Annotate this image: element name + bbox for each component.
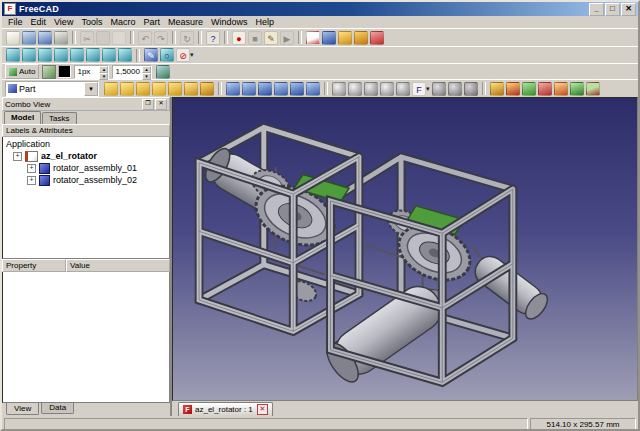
axonometric-view-icon[interactable]: [22, 48, 36, 62]
menu-item-part[interactable]: Part: [139, 17, 164, 27]
property-tab-view[interactable]: View: [6, 403, 39, 415]
print-icon[interactable]: [54, 31, 68, 45]
blue-upload-icon[interactable]: [322, 31, 336, 45]
fit-all-icon[interactable]: [6, 48, 20, 62]
chamfer-icon[interactable]: [290, 82, 304, 96]
part-cone-icon[interactable]: [152, 82, 166, 96]
part-box-icon[interactable]: [104, 82, 118, 96]
3d-viewport[interactable]: [172, 97, 638, 401]
scale-arrows[interactable]: ▴▾: [142, 66, 151, 78]
toggle-all-measurements-icon[interactable]: [538, 82, 552, 96]
tree-document-row[interactable]: + az_el_rotator: [3, 150, 169, 162]
open-document-icon[interactable]: [22, 31, 36, 45]
expander-icon[interactable]: +: [27, 176, 36, 185]
left-view-icon[interactable]: [118, 48, 132, 62]
loft-icon[interactable]: [306, 82, 320, 96]
line-color-icon[interactable]: [42, 65, 56, 79]
part-tube-icon[interactable]: [184, 82, 198, 96]
offset-icon[interactable]: [432, 82, 446, 96]
menu-item-help[interactable]: Help: [251, 17, 278, 27]
menu-item-windows[interactable]: Windows: [207, 17, 252, 27]
clear-measurement-icon[interactable]: ⊘: [176, 48, 190, 62]
toggle-3d-measurement-icon[interactable]: [554, 82, 568, 96]
document-tab[interactable]: F az_el_rotator : 1 ✕: [178, 402, 273, 416]
workbench-selector[interactable]: Part ▾: [5, 81, 99, 97]
tree-root[interactable]: Application: [3, 138, 169, 150]
tree-assembly-2-label[interactable]: rotator_assembly_02: [53, 175, 137, 185]
cross-sections-icon[interactable]: F: [412, 82, 426, 96]
menu-item-macro[interactable]: Macro: [106, 17, 139, 27]
whats-this-icon[interactable]: ?: [206, 31, 220, 45]
value-column-header[interactable]: Value: [66, 259, 170, 272]
tab-tasks[interactable]: Tasks: [42, 112, 76, 124]
save-document-icon[interactable]: [38, 31, 52, 45]
shape-builder-icon[interactable]: [200, 82, 214, 96]
measure-pen-icon[interactable]: ✎: [144, 48, 158, 62]
rear-view-icon[interactable]: [86, 48, 100, 62]
tab-close-icon[interactable]: ✕: [257, 404, 268, 415]
section-icon[interactable]: [396, 82, 410, 96]
fillet-icon[interactable]: [274, 82, 288, 96]
clear-all-measurements-icon[interactable]: [586, 82, 600, 96]
common-icon[interactable]: [364, 82, 378, 96]
property-table-body[interactable]: [2, 272, 170, 403]
mirror-icon[interactable]: [258, 82, 272, 96]
tree-document-label[interactable]: az_el_rotator: [41, 151, 97, 161]
tree-assembly-row-2[interactable]: + rotator_assembly_02: [3, 174, 169, 186]
cross-sections-icon-dropdown[interactable]: ▾: [426, 85, 430, 93]
scale-value[interactable]: 1,5000: [113, 66, 141, 78]
front-view-icon[interactable]: [38, 48, 52, 62]
boolean-icon[interactable]: [332, 82, 346, 96]
measure-refresh-icon[interactable]: [522, 82, 536, 96]
part-torus-icon[interactable]: [168, 82, 182, 96]
line-width-value[interactable]: 1px: [75, 66, 99, 78]
expander-icon[interactable]: +: [13, 152, 22, 161]
union-icon[interactable]: [348, 82, 362, 96]
dock-float-button[interactable]: ❐: [142, 99, 154, 110]
macro-record-icon[interactable]: ●: [232, 31, 246, 45]
model-tree[interactable]: Application + az_el_rotator + rotator_as…: [2, 137, 170, 259]
toggle-delta-measurement-icon[interactable]: [570, 82, 584, 96]
macro-edit-icon[interactable]: ✎: [264, 31, 278, 45]
maximize-button[interactable]: □: [605, 3, 620, 16]
cut-boolean-icon[interactable]: [380, 82, 394, 96]
minimize-button[interactable]: _: [589, 3, 604, 16]
new-document-icon[interactable]: [6, 31, 20, 45]
tree-column-header[interactable]: Labels & Attributes: [2, 124, 170, 137]
menu-item-measure[interactable]: Measure: [164, 17, 207, 27]
menu-item-edit[interactable]: Edit: [27, 17, 51, 27]
expander-icon[interactable]: +: [27, 164, 36, 173]
extrude-icon[interactable]: [226, 82, 240, 96]
menu-item-file[interactable]: File: [4, 17, 27, 27]
face-color-swatch[interactable]: [58, 65, 71, 78]
bottom-view-icon[interactable]: [102, 48, 116, 62]
revolve-icon[interactable]: [242, 82, 256, 96]
menu-item-tools[interactable]: Tools: [77, 17, 106, 27]
tree-root-label[interactable]: Application: [6, 139, 50, 149]
property-column-header[interactable]: Property: [2, 259, 66, 272]
measure-linear-icon[interactable]: [490, 82, 504, 96]
part-sphere-icon[interactable]: [136, 82, 150, 96]
close-button[interactable]: ✕: [621, 3, 636, 16]
zoom-icon[interactable]: ○: [160, 48, 174, 62]
measure-angular-icon[interactable]: [506, 82, 520, 96]
right-view-icon[interactable]: [70, 48, 84, 62]
line-width-spinbox[interactable]: 1px ▴▾: [74, 65, 109, 79]
top-view-icon[interactable]: [54, 48, 68, 62]
notebook-icon[interactable]: [306, 31, 320, 45]
property-tab-data[interactable]: Data: [41, 403, 74, 414]
document-tab-label[interactable]: az_el_rotator : 1: [195, 405, 253, 414]
part-cylinder-icon[interactable]: [120, 82, 134, 96]
set-square-icon[interactable]: [354, 31, 368, 45]
clear-measurement-icon-dropdown[interactable]: ▾: [190, 51, 194, 59]
workbench-dropdown-arrow[interactable]: ▾: [84, 82, 98, 96]
refresh-red-icon[interactable]: [370, 31, 384, 45]
yellow-stack-icon[interactable]: [338, 31, 352, 45]
thickness-icon[interactable]: [448, 82, 462, 96]
menu-item-view[interactable]: View: [50, 17, 77, 27]
dock-close-button[interactable]: ✕: [155, 99, 167, 110]
combo-view-titlebar[interactable]: Combo View ❐ ✕: [2, 97, 170, 111]
ruled-surface-icon[interactable]: [464, 82, 478, 96]
title-bar[interactable]: F FreeCAD _ □ ✕: [2, 2, 638, 16]
line-width-arrows[interactable]: ▴▾: [99, 66, 108, 78]
